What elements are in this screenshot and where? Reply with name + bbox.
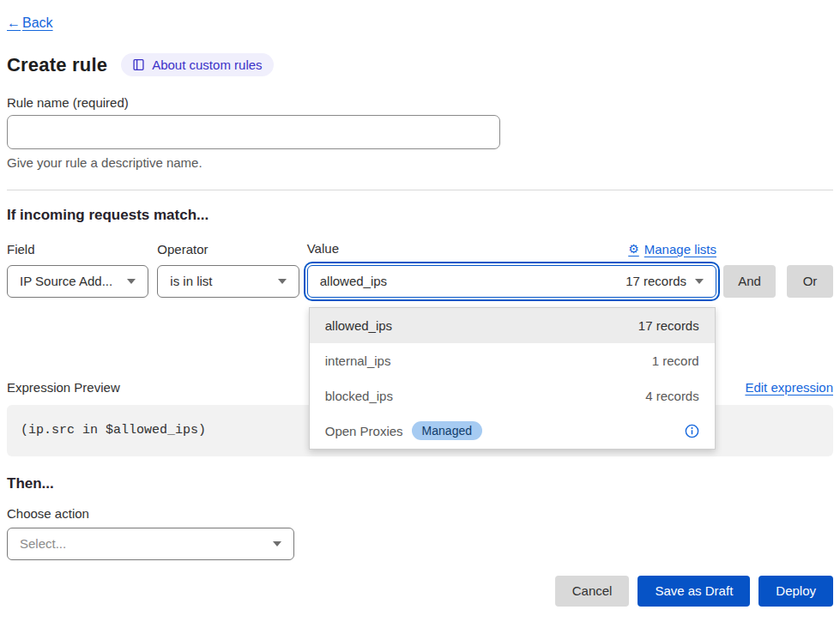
about-custom-rules-label: About custom rules xyxy=(152,57,262,72)
or-button[interactable]: Or xyxy=(787,265,833,298)
managed-badge: Managed xyxy=(412,421,482,440)
dropdown-option-open-proxies[interactable]: Open Proxies Managed xyxy=(310,414,715,449)
section-divider xyxy=(7,190,833,190)
back-arrow-icon: ← xyxy=(7,15,21,31)
page-title: Create rule xyxy=(7,54,107,76)
option-record-count: 4 records xyxy=(645,389,699,403)
chevron-down-icon xyxy=(695,279,704,284)
operator-select-value: is in list xyxy=(170,274,269,288)
rule-name-helper: Give your rule a descriptive name. xyxy=(7,155,833,170)
back-link-label: Back xyxy=(22,15,53,31)
choose-action-label: Choose action xyxy=(7,506,833,521)
value-select[interactable]: allowed_ips 17 records xyxy=(307,265,716,298)
field-label: Field xyxy=(7,242,148,257)
book-icon xyxy=(132,58,145,71)
manage-lists-label: Manage lists xyxy=(644,242,716,257)
action-select-placeholder: Select... xyxy=(20,536,264,551)
expression-code: (ip.src in $allowed_ips) xyxy=(21,423,206,438)
match-section-heading: If incoming requests match... xyxy=(7,207,833,224)
dropdown-option-internal-ips[interactable]: internal_ips 1 record xyxy=(310,343,715,378)
save-as-draft-button[interactable]: Save as Draft xyxy=(638,576,750,607)
match-condition-row: Field IP Source Add... Operator is in li… xyxy=(7,241,833,298)
dropdown-option-allowed-ips[interactable]: allowed_ips 17 records xyxy=(310,308,715,343)
option-record-count: 1 record xyxy=(652,353,699,368)
page-header: Create rule About custom rules xyxy=(7,53,833,76)
option-name: allowed_ips xyxy=(325,318,392,333)
deploy-button[interactable]: Deploy xyxy=(758,576,833,607)
option-name: blocked_ips xyxy=(325,389,393,403)
operator-select[interactable]: is in list xyxy=(157,265,299,298)
chevron-down-icon xyxy=(278,279,287,284)
option-name: internal_ips xyxy=(325,353,391,368)
dropdown-option-blocked-ips[interactable]: blocked_ips 4 records xyxy=(310,378,715,414)
operator-label: Operator xyxy=(157,242,299,257)
rule-name-label: Rule name (required) xyxy=(7,95,833,110)
action-select[interactable]: Select... xyxy=(7,528,294,560)
back-link[interactable]: ←Back xyxy=(7,15,53,31)
value-select-meta: 17 records xyxy=(625,274,686,288)
chevron-down-icon xyxy=(127,279,136,284)
value-select-name: allowed_ips xyxy=(320,274,617,288)
option-record-count: 17 records xyxy=(638,318,699,333)
value-label: Value xyxy=(307,241,339,256)
field-select[interactable]: IP Source Add... xyxy=(7,265,148,298)
rule-name-input[interactable] xyxy=(7,115,500,149)
cancel-button[interactable]: Cancel xyxy=(555,576,630,607)
footer-actions: Cancel Save as Draft Deploy xyxy=(7,576,833,607)
manage-lists-link[interactable]: ⚙Manage lists xyxy=(628,242,716,257)
and-button[interactable]: And xyxy=(723,265,776,298)
value-dropdown-panel: allowed_ips 17 records internal_ips 1 re… xyxy=(309,307,716,450)
gear-icon: ⚙ xyxy=(628,242,639,256)
edit-expression-link[interactable]: Edit expression xyxy=(745,380,833,395)
option-name: Open Proxies xyxy=(325,424,403,438)
field-select-value: IP Source Add... xyxy=(20,274,118,288)
info-icon[interactable] xyxy=(685,424,699,438)
about-custom-rules-link[interactable]: About custom rules xyxy=(121,53,273,76)
expression-preview-label: Expression Preview xyxy=(7,380,120,395)
chevron-down-icon xyxy=(273,541,281,546)
then-section-heading: Then... xyxy=(7,475,833,492)
